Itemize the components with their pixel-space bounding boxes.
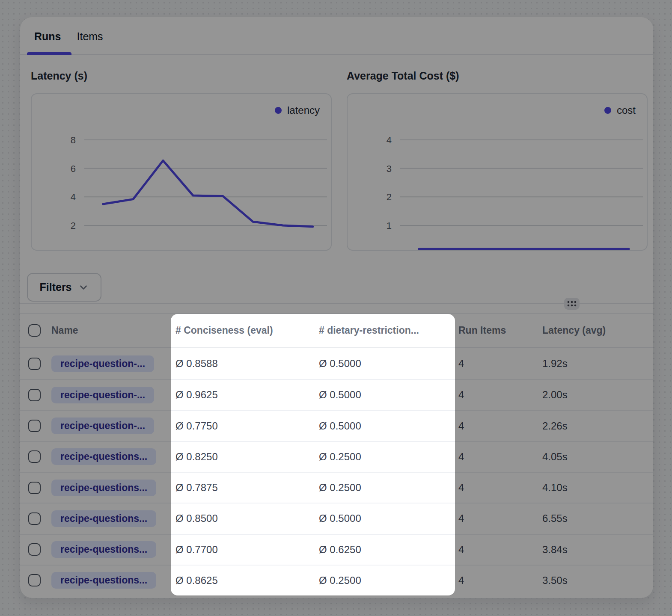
table-header-row: Name # Conciseness (eval) # dietary-rest… xyxy=(20,313,653,348)
cell-dietary-restriction: Ø 0.5000 xyxy=(315,512,455,524)
cell-conciseness: Ø 0.7750 xyxy=(171,420,315,432)
row-checkbox[interactable] xyxy=(28,420,41,432)
latency-series-line xyxy=(103,160,313,226)
run-name-pill[interactable]: recipe-questions... xyxy=(51,510,156,527)
column-header-name: Name xyxy=(51,325,171,336)
cell-run-items: 4 xyxy=(455,482,542,494)
run-name-pill[interactable]: recipe-question-... xyxy=(51,387,154,403)
cell-dietary-restriction: Ø 0.5000 xyxy=(315,420,455,432)
cost-legend[interactable]: cost xyxy=(604,104,636,116)
cell-dietary-restriction: Ø 0.5000 xyxy=(315,358,455,370)
latency-legend[interactable]: latency xyxy=(275,104,320,116)
run-name-pill[interactable]: recipe-questions... xyxy=(51,448,156,465)
cell-latency-avg: 4.10s xyxy=(542,482,653,494)
cell-conciseness: Ø 0.8250 xyxy=(171,451,315,463)
row-checkbox[interactable] xyxy=(28,574,41,586)
latency-chart-title: Latency (s) xyxy=(31,70,87,82)
column-header-latency-avg: Latency (avg) xyxy=(542,325,653,336)
table-row[interactable]: recipe-questions... Ø 0.8250 Ø 0.2500 4 … xyxy=(20,441,653,472)
cell-conciseness: Ø 0.8500 xyxy=(171,512,315,524)
tab-runs[interactable]: Runs xyxy=(34,30,61,43)
cell-dietary-restriction: Ø 0.2500 xyxy=(315,575,455,586)
run-name-pill[interactable]: recipe-question-... xyxy=(51,418,154,434)
tab-bar: Runs Items xyxy=(20,17,653,55)
cost-chart-title: Average Total Cost ($) xyxy=(347,70,459,82)
cell-latency-avg: 1.92s xyxy=(542,358,653,370)
cell-run-items: 4 xyxy=(455,575,542,586)
cell-latency-avg: 4.05s xyxy=(542,451,653,463)
svg-text:3: 3 xyxy=(387,163,392,174)
cost-legend-label: cost xyxy=(617,104,636,116)
svg-text:2: 2 xyxy=(71,220,76,231)
latency-line-chart: 2468 xyxy=(32,94,332,251)
cell-run-items: 4 xyxy=(455,451,542,463)
svg-text:6: 6 xyxy=(71,163,76,174)
runs-table: Name # Conciseness (eval) # dietary-rest… xyxy=(20,313,653,595)
app-background: Runs Items Latency (s) Average Total Cos… xyxy=(0,0,672,616)
run-name-pill[interactable]: recipe-questions... xyxy=(51,541,156,558)
run-name-pill[interactable]: recipe-question-... xyxy=(51,355,154,372)
cell-dietary-restriction: Ø 0.5000 xyxy=(315,389,455,401)
svg-text:4: 4 xyxy=(387,135,392,145)
cost-line-chart: 1234 xyxy=(348,94,648,251)
latency-legend-dot-icon xyxy=(275,107,282,114)
cell-latency-avg: 3.50s xyxy=(542,575,653,586)
svg-text:2: 2 xyxy=(387,192,392,202)
chevron-down-icon xyxy=(78,282,89,293)
filters-section: Filters xyxy=(20,265,653,313)
column-header-dietary-restriction: # dietary-restriction... xyxy=(315,325,455,336)
table-row[interactable]: recipe-question-... Ø 0.8588 Ø 0.5000 4 … xyxy=(20,348,653,379)
table-row[interactable]: recipe-questions... Ø 0.8500 Ø 0.5000 4 … xyxy=(20,503,653,533)
column-header-run-items: Run Items xyxy=(455,325,542,336)
filters-button[interactable]: Filters xyxy=(27,273,101,302)
cell-conciseness: Ø 0.7875 xyxy=(171,482,315,494)
svg-text:8: 8 xyxy=(71,135,76,145)
row-checkbox[interactable] xyxy=(28,389,41,401)
cell-conciseness: Ø 0.8625 xyxy=(171,575,315,586)
row-checkbox[interactable] xyxy=(28,543,41,556)
run-name-pill[interactable]: recipe-questions... xyxy=(51,480,156,496)
row-checkbox[interactable] xyxy=(28,512,41,525)
cell-latency-avg: 6.55s xyxy=(542,512,653,524)
cell-dietary-restriction: Ø 0.6250 xyxy=(315,544,455,556)
cell-dietary-restriction: Ø 0.2500 xyxy=(315,482,455,494)
table-body: recipe-question-... Ø 0.8588 Ø 0.5000 4 … xyxy=(20,348,653,595)
active-tab-indicator xyxy=(27,52,71,55)
cell-run-items: 4 xyxy=(455,544,542,556)
table-row[interactable]: recipe-question-... Ø 0.7750 Ø 0.5000 4 … xyxy=(20,410,653,441)
charts-section: Latency (s) Average Total Cost ($) laten… xyxy=(20,55,653,265)
select-all-checkbox[interactable] xyxy=(28,324,41,337)
cell-latency-avg: 3.84s xyxy=(542,544,653,556)
svg-text:4: 4 xyxy=(71,192,76,202)
row-checkbox[interactable] xyxy=(28,450,41,463)
cell-conciseness: Ø 0.8588 xyxy=(171,358,315,370)
cell-run-items: 4 xyxy=(455,358,542,370)
row-checkbox[interactable] xyxy=(28,482,41,494)
table-row[interactable]: recipe-question-... Ø 0.9625 Ø 0.5000 4 … xyxy=(20,379,653,410)
cell-run-items: 4 xyxy=(455,512,542,524)
cost-legend-dot-icon xyxy=(604,107,611,114)
cost-chart: cost 1234 xyxy=(347,93,648,251)
latency-chart: latency 2468 xyxy=(31,93,332,251)
svg-text:1: 1 xyxy=(387,220,392,231)
filters-button-label: Filters xyxy=(39,281,71,293)
row-checkbox[interactable] xyxy=(28,358,41,370)
cell-latency-avg: 2.26s xyxy=(542,420,653,432)
latency-legend-label: latency xyxy=(287,104,320,116)
table-row[interactable]: recipe-questions... Ø 0.7700 Ø 0.6250 4 … xyxy=(20,534,653,565)
cell-latency-avg: 2.00s xyxy=(542,389,653,401)
cell-conciseness: Ø 0.7700 xyxy=(171,544,315,556)
tab-items[interactable]: Items xyxy=(77,30,103,43)
cell-run-items: 4 xyxy=(455,389,542,401)
run-name-pill[interactable]: recipe-questions... xyxy=(51,572,156,589)
runs-panel: Runs Items Latency (s) Average Total Cos… xyxy=(20,17,653,598)
column-header-conciseness: # Conciseness (eval) xyxy=(171,325,315,336)
cell-dietary-restriction: Ø 0.2500 xyxy=(315,451,455,463)
table-row[interactable]: recipe-questions... Ø 0.7875 Ø 0.2500 4 … xyxy=(20,472,653,503)
table-row[interactable]: recipe-questions... Ø 0.8625 Ø 0.2500 4 … xyxy=(20,565,653,595)
cell-conciseness: Ø 0.9625 xyxy=(171,389,315,401)
cell-run-items: 4 xyxy=(455,420,542,432)
